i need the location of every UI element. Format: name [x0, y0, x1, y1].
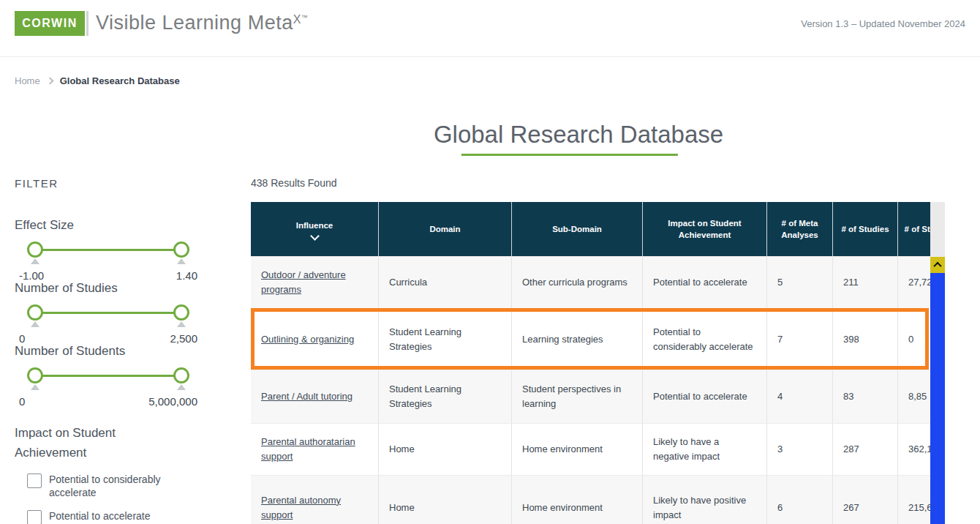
effect-size-min-value: -1.00 [19, 269, 44, 282]
table-header-row: Influence Domain Sub-Domain Impact on St… [251, 202, 945, 256]
column-header-domain[interactable]: Domain [379, 202, 512, 256]
domain-cell: Home [379, 476, 512, 524]
studies-cell: 287 [833, 424, 898, 475]
column-header-meta-analyses[interactable]: # of Meta Analyses [767, 202, 833, 256]
column-header-influence[interactable]: Influence [251, 202, 379, 256]
impact-filter-heading: Impact on Student Achievement [15, 423, 183, 463]
slider-track[interactable] [35, 312, 181, 314]
slider-track[interactable] [35, 249, 181, 251]
brand-trademark: ™ [301, 14, 309, 21]
table-row: Parental autonomy support Home Home envi… [251, 475, 945, 524]
table-row: Parent / Adult tutoring Student Learning… [251, 370, 945, 423]
number-of-students-filter: Number of Students 0 5,000,000 [15, 344, 234, 408]
brand-title: Visible Learning MetaX™ [96, 12, 308, 34]
students-max-handle[interactable] [173, 367, 189, 383]
number-of-students-slider[interactable] [27, 367, 189, 391]
accelerate-label: Potential to accelerate [49, 509, 195, 523]
impact-cell: Potential to accelerate [643, 257, 767, 308]
results-table: Influence Domain Sub-Domain Impact on St… [251, 202, 945, 524]
breadcrumb-current: Global Research Database [60, 75, 180, 86]
students-max-value: 5,000,000 [148, 395, 197, 408]
sub-domain-cell: Home environment [512, 476, 643, 524]
table-row-highlighted: Outlining & organizing Student Learning … [251, 308, 945, 370]
effect-size-min-handle[interactable] [27, 242, 43, 258]
breadcrumb: Home Global Research Database [15, 75, 180, 86]
logo-divider [86, 11, 88, 36]
number-of-studies-slider[interactable] [27, 304, 189, 328]
brand-superscript: X [293, 13, 301, 26]
column-header-impact[interactable]: Impact on Student Achievement [643, 202, 767, 256]
sub-domain-cell: Student perspectives in learning [512, 370, 643, 423]
sub-domain-cell: Learning strategies [512, 309, 643, 370]
scrollbar-track[interactable] [930, 202, 945, 256]
title-underline [461, 154, 678, 156]
studies-cell: 211 [833, 257, 898, 308]
table-scrollbar[interactable] [930, 202, 945, 524]
sub-domain-cell: Home environment [512, 424, 643, 475]
studies-max-handle[interactable] [173, 304, 189, 321]
impact-filter-group: Impact on Student Achievement Potential … [15, 423, 212, 524]
studies-min-handle[interactable] [27, 304, 43, 321]
column-header-label: Influence [296, 220, 333, 231]
impact-cell: Likely to have a negative impact [643, 424, 767, 475]
top-bar: CORWIN Visible Learning MetaX™ Version 1… [0, 0, 980, 57]
domain-cell: Student Learning Strategies [379, 370, 512, 423]
sub-domain-cell: Other curricula programs [512, 257, 643, 308]
brand-text: Visible Learning Meta [96, 12, 293, 34]
chevron-up-icon [933, 262, 941, 270]
influence-link[interactable]: Parental authoratarian support [261, 435, 368, 464]
considerably-accelerate-label: Potential to considerably accelerate [49, 473, 195, 499]
filter-sidebar: FILTER Effect Size -1.00 1.40 Number of … [15, 177, 234, 190]
students-min-handle[interactable] [27, 367, 43, 383]
column-header-studies[interactable]: # of Studies [833, 202, 898, 256]
filter-heading: FILTER [15, 177, 234, 190]
slider-pointer-icon [31, 384, 39, 390]
scroll-up-button[interactable] [930, 257, 945, 273]
chevron-right-icon [46, 78, 53, 85]
table-row: Outdoor / adventure programs Curricula O… [251, 256, 945, 308]
influence-link[interactable]: Parental autonomy support [261, 493, 368, 523]
effect-size-slider[interactable] [27, 242, 189, 265]
chevron-down-icon[interactable] [310, 231, 320, 241]
effect-size-max-handle[interactable] [173, 242, 189, 258]
influence-link[interactable]: Outdoor / adventure programs [261, 268, 368, 297]
considerably-accelerate-checkbox[interactable] [27, 474, 42, 488]
slider-track[interactable] [35, 375, 181, 377]
studies-min-value: 0 [19, 332, 25, 345]
page: CORWIN Visible Learning MetaX™ Version 1… [0, 0, 980, 524]
meta-analyses-cell: 4 [767, 370, 833, 423]
meta-analyses-cell: 6 [767, 476, 833, 524]
accelerate-checkbox[interactable] [27, 510, 42, 524]
effect-size-label: Effect Size [15, 218, 234, 233]
influence-link[interactable]: Outlining & organizing [261, 332, 354, 347]
domain-cell: Home [379, 424, 512, 475]
effect-size-max-value: 1.40 [176, 269, 197, 282]
breadcrumb-home-link[interactable]: Home [15, 75, 40, 86]
number-of-studies-label: Number of Studies [15, 281, 234, 296]
studies-max-value: 2,500 [170, 332, 197, 345]
studies-cell: 83 [833, 370, 898, 423]
corwin-logo[interactable]: CORWIN [15, 11, 85, 36]
slider-pointer-icon [31, 321, 39, 327]
column-header-sub-domain[interactable]: Sub-Domain [512, 202, 643, 256]
page-title-text: Global Research Database [434, 121, 723, 148]
version-text: Version 1.3 – Updated November 2024 [801, 18, 965, 29]
page-title: Global Research Database [434, 121, 723, 156]
influence-link[interactable]: Parent / Adult tutoring [261, 389, 353, 404]
number-of-students-label: Number of Students [15, 344, 234, 359]
scrollbar-thumb[interactable] [930, 273, 945, 524]
impact-option-considerably-accelerate: Potential to considerably accelerate [27, 473, 212, 499]
number-of-studies-filter: Number of Studies 0 2,500 [15, 281, 234, 345]
students-min-value: 0 [19, 395, 25, 408]
studies-cell: 398 [833, 309, 898, 370]
domain-cell: Student Learning Strategies [379, 309, 512, 370]
slider-pointer-icon [31, 258, 39, 264]
meta-analyses-cell: 3 [767, 424, 833, 475]
results-count: 438 Results Found [251, 177, 337, 189]
studies-cell: 267 [833, 476, 898, 524]
slider-pointer-icon [177, 258, 186, 264]
meta-analyses-cell: 5 [767, 257, 833, 308]
impact-cell: Potential to considerably accelerate [643, 309, 767, 370]
table-row: Parental authoratarian support Home Home… [251, 423, 945, 475]
impact-option-accelerate: Potential to accelerate [27, 509, 212, 524]
